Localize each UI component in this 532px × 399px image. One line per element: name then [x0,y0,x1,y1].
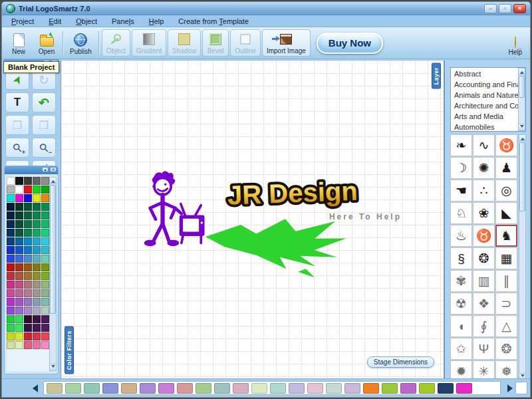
leaf-branch-symbol[interactable]: ❧ [450,134,472,156]
leaves-symbol[interactable]: ✾ [450,270,472,292]
pastel-swatch[interactable] [344,383,360,394]
color-swatch[interactable] [7,194,15,202]
color-swatch[interactable] [24,177,32,185]
bull-head-symbol[interactable]: ♉ [473,225,495,247]
color-swatch[interactable] [15,220,23,228]
color-swatch[interactable] [41,315,49,323]
bird-swoosh-symbol[interactable]: ☽ [450,157,472,179]
color-swatch[interactable] [7,229,15,237]
pastel-swatch[interactable] [307,383,323,394]
color-swatch[interactable] [33,177,41,185]
gear-flower-symbol[interactable]: ❂ [495,338,517,360]
color-swatch[interactable] [15,237,23,245]
color-swatch[interactable] [24,324,32,332]
color-swatch[interactable] [24,237,32,245]
color-swatch[interactable] [7,315,15,323]
scroll-right-icon[interactable] [507,384,513,392]
color-swatch[interactable] [15,272,23,280]
undo-tool[interactable]: ↶ [32,92,56,112]
color-swatch[interactable] [24,229,32,237]
color-swatch[interactable] [41,237,49,245]
color-swatch[interactable] [41,341,49,349]
color-swatch[interactable] [33,281,41,289]
category-item[interactable]: Accounting and Finan [452,79,517,90]
color-swatch[interactable] [7,237,15,245]
pastel-swatch[interactable] [326,383,342,394]
color-swatch[interactable] [33,246,41,254]
buy-now-button[interactable]: Buy Now [317,33,383,54]
spiral-sun-symbol[interactable]: ❂ [473,247,495,269]
panel-close-icon[interactable]: ✕ [50,167,57,172]
pastel-swatch[interactable] [251,383,267,394]
pastel-swatch[interactable] [289,383,305,394]
color-swatch[interactable] [15,177,23,185]
category-item[interactable]: Abstract [452,68,517,79]
arc-symbol[interactable]: ⊃ [495,293,517,315]
import-image-button[interactable]: Import Image [262,29,311,57]
pastel-swatch[interactable] [140,383,156,394]
color-swatch[interactable] [15,186,23,194]
color-swatch[interactable] [15,332,23,340]
person-symbol[interactable]: ♟ [495,157,517,179]
maximize-button[interactable]: ▫ [499,4,511,13]
color-swatch[interactable] [24,315,32,323]
squiggle-symbol[interactable]: ∿ [473,134,495,156]
column-symbol[interactable]: ▥ [473,270,495,292]
menu-help[interactable]: Help [149,17,164,25]
color-swatch[interactable] [15,229,23,237]
pastel-swatch[interactable] [84,383,100,394]
squirrels-symbol[interactable]: ❖ [473,293,495,315]
color-swatch[interactable] [15,203,23,211]
pastel-swatch[interactable] [419,383,435,394]
stage-dimensions-button[interactable]: Stage Dimensions [367,356,434,368]
color-swatch[interactable] [24,211,32,219]
color-swatch[interactable] [41,246,49,254]
color-swatch[interactable] [24,186,32,194]
color-swatch[interactable] [33,341,41,349]
color-swatch[interactable] [41,272,49,280]
scroll-down-icon[interactable] [50,364,56,370]
menu-edit[interactable]: Edit [49,17,61,25]
color-swatch[interactable] [7,203,15,211]
color-swatch[interactable] [33,220,41,228]
color-swatch[interactable] [41,324,49,332]
color-swatch[interactable] [15,246,23,254]
footprints-symbol[interactable]: ∴ [473,180,495,201]
color-swatch[interactable] [33,289,41,297]
category-item[interactable]: Architecture and Cons [452,100,517,111]
layer-panel-tab[interactable]: Layer [432,63,441,89]
plug-symbol[interactable]: ◖ [450,315,472,337]
color-swatch[interactable] [7,307,15,315]
color-swatch[interactable] [33,194,41,202]
publish-button[interactable]: Publish [66,29,96,57]
swirl-symbol[interactable]: ∮ [473,315,495,337]
open-button[interactable]: Open [33,29,60,57]
pastel-swatch[interactable] [158,383,174,394]
color-swatch[interactable] [33,203,41,211]
color-swatch[interactable] [41,220,49,228]
diagonal-stripes-symbol[interactable]: ∥ [495,270,517,292]
scroll-up-icon[interactable] [50,178,56,184]
color-swatch[interactable] [41,298,49,306]
new-button[interactable]: New [5,29,32,57]
color-swatch[interactable] [33,186,41,194]
color-swatch[interactable] [41,281,49,289]
color-swatch[interactable] [15,289,23,297]
snowflake-symbol[interactable]: ❅ [495,360,517,380]
color-swatch[interactable] [41,194,49,202]
pastel-swatch[interactable] [196,383,211,394]
pastel-swatch[interactable] [400,383,416,394]
color-swatch[interactable] [15,194,23,202]
bullseye-symbol[interactable]: ◎ [495,180,517,201]
color-swatch[interactable] [7,332,15,340]
color-swatch[interactable] [24,332,32,340]
pastel-swatch[interactable] [456,383,472,394]
pastel-swatch[interactable] [438,383,454,394]
logo-title-text[interactable]: JR Design [183,172,402,215]
menu-object[interactable]: Object [76,17,97,25]
pastel-swatch[interactable] [214,383,230,394]
pastel-swatch[interactable] [65,383,81,394]
scroll-up-icon[interactable] [519,68,525,75]
color-swatch[interactable] [15,315,23,323]
color-swatch[interactable] [24,307,32,315]
